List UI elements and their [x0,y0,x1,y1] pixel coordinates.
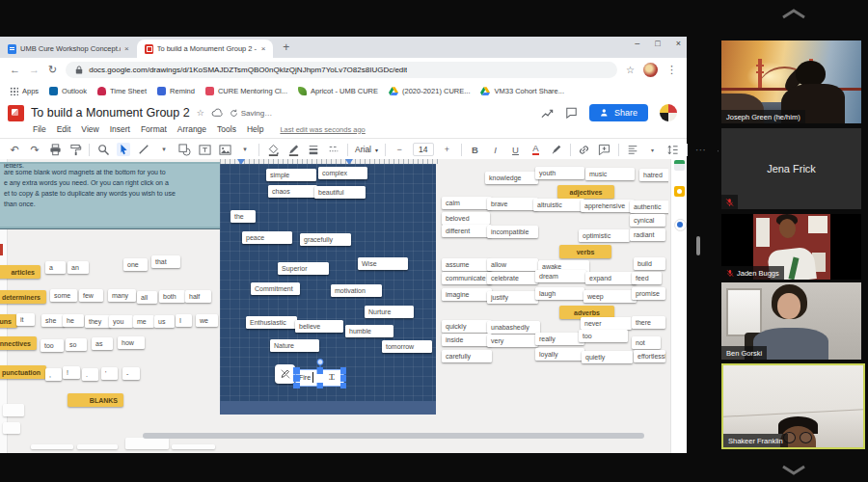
word-magnet[interactable]: Nurture [365,306,414,318]
bookmark-star-icon[interactable]: ☆ [626,66,635,75]
bookmark-time-sheet[interactable]: Time Sheet [97,87,147,95]
word-magnet[interactable]: ! [63,366,80,379]
window-minimize-button[interactable]: – [635,39,639,48]
redo-icon[interactable]: ↷ [28,143,41,156]
blank-magnet[interactable] [3,404,24,416]
word-magnet[interactable]: complex [318,167,367,179]
word-magnet[interactable]: Wise [358,257,408,270]
word-magnet[interactable]: beloved [442,212,490,225]
word-magnet[interactable]: we [196,314,218,327]
url-field[interactable]: docs.google.com/drawings/d/1KoSMAJDZTsmQ… [66,62,617,78]
word-magnet[interactable]: authentic [630,201,668,213]
word-magnet[interactable]: expand [585,272,637,284]
border-dash-icon[interactable] [327,143,340,156]
word-magnet[interactable]: music [585,168,635,180]
bookmark-vm33-cohort-share[interactable]: VM33 Cohort Share... [480,87,564,95]
word-magnet[interactable]: one [123,258,148,271]
menu-help[interactable]: Help [247,124,263,134]
word-magnet[interactable]: as [92,337,113,350]
word-magnet[interactable]: celebrate [487,272,538,284]
tasks-icon[interactable] [674,219,687,231]
resize-handle[interactable] [316,383,323,389]
participant-tile-shakeer-franklin[interactable]: Shakeer Franklin [721,363,865,449]
font-family-select[interactable]: Arial▾ [355,145,378,154]
blank-magnet[interactable] [31,444,73,449]
insights-icon[interactable] [541,107,554,120]
bookmark-remind[interactable]: Remind [157,87,195,95]
word-magnet[interactable]: unabashedly [487,321,540,334]
word-magnet[interactable]: loyally [535,348,584,361]
horizontal-scrollbar[interactable] [143,433,644,439]
word-magnet[interactable]: she [41,314,65,327]
word-magnet[interactable]: really [535,333,584,345]
insert-image-icon[interactable] [218,143,231,156]
word-magnet[interactable]: calm [442,197,492,209]
back-icon[interactable]: ← [10,65,20,75]
tab-umb-cure-workshop[interactable]: UMB Cure Workshop Concept.dc × [0,40,137,58]
add-comment-icon[interactable] [598,143,611,156]
reload-icon[interactable]: ↻ [48,65,57,75]
word-magnet[interactable]: Superior [278,262,329,275]
align-dropdown-icon[interactable]: ▾ [646,143,660,156]
word-magnet[interactable]: an [68,261,89,274]
participant-tile-joseph-green[interactable]: Joseph Green (he/him) [721,40,861,123]
last-edit-link[interactable]: Last edit was seconds ago [280,125,365,134]
word-magnet[interactable]: effortlessly [634,350,665,362]
tab-close-icon[interactable]: × [261,44,266,53]
participant-tile-ben-gorski[interactable]: Ben Gorski [721,282,861,360]
menu-edit[interactable]: Edit [57,124,71,134]
word-magnet[interactable]: communicate [442,272,492,284]
blank-magnet[interactable] [77,444,118,449]
docs-profile-avatar[interactable] [660,104,677,121]
word-magnet[interactable]: quietly [582,351,633,363]
text-box-editing[interactable]: Fire Ɪ [295,369,344,387]
star-document-icon[interactable]: ☆ [197,108,204,118]
more-options-icon[interactable]: ⋯ [694,143,708,156]
word-magnet[interactable]: promise [632,287,665,300]
word-magnet[interactable]: radiant [630,228,665,241]
word-magnet[interactable]: you [109,315,133,328]
word-magnet[interactable]: too [579,330,628,342]
menu-view[interactable]: View [81,124,98,134]
bookmark-outlook[interactable]: Outlook [49,87,87,95]
word-magnet[interactable]: half [185,290,211,303]
resize-handle[interactable] [293,383,300,389]
chevron-down-icon[interactable] [779,465,808,476]
word-magnet[interactable]: there [632,316,665,329]
window-maximize-button[interactable]: □ [655,39,660,48]
word-magnet[interactable]: the [231,210,256,223]
participant-tile-jaden-buggs[interactable]: Jaden Buggs [721,214,861,280]
tab-monument-group-2[interactable]: To build a Monument Group 2 - × [137,40,274,58]
menu-insert[interactable]: Insert [110,124,130,134]
resize-handle[interactable] [316,367,323,374]
word-magnet[interactable]: quickly [442,320,492,333]
font-size-increase[interactable]: + [441,143,454,156]
word-magnet[interactable]: assume [442,258,492,271]
word-magnet[interactable]: me [133,315,154,328]
word-magnet[interactable]: justify [487,291,538,304]
category-label[interactable]: punctuation [0,365,46,379]
word-magnet[interactable]: a [45,261,66,274]
resize-handle[interactable] [340,383,347,389]
word-magnet[interactable]: incompatible [487,226,538,238]
no-border-pencil-icon[interactable] [275,364,295,384]
word-magnet[interactable]: different [442,225,492,237]
line-spacing-icon[interactable] [666,143,680,156]
calendar-icon[interactable] [674,160,685,171]
word-magnet[interactable]: imagine [442,288,492,301]
word-magnet[interactable]: laugh [535,287,584,300]
image-dropdown-icon[interactable]: ▾ [238,143,252,156]
bookmark-2020-2021-cure[interactable]: (2020-2021) CURE... [389,87,470,95]
word-magnet[interactable]: it [16,313,35,326]
paint-format-icon[interactable] [68,143,82,156]
menu-arrange[interactable]: Arrange [177,124,206,134]
word-magnet[interactable]: dream [535,270,586,282]
tab-close-icon[interactable]: × [124,44,129,53]
word-magnet[interactable]: beautiful [314,186,366,199]
word-magnet[interactable]: Commitment [251,282,300,295]
category-label[interactable]: BLANKS [68,393,123,407]
browser-menu-icon[interactable]: ⋮ [666,65,677,75]
google-drawings-logo[interactable] [8,105,24,121]
word-magnet[interactable]: Enthusiastic [246,316,297,329]
word-magnet[interactable]: he [63,314,84,327]
